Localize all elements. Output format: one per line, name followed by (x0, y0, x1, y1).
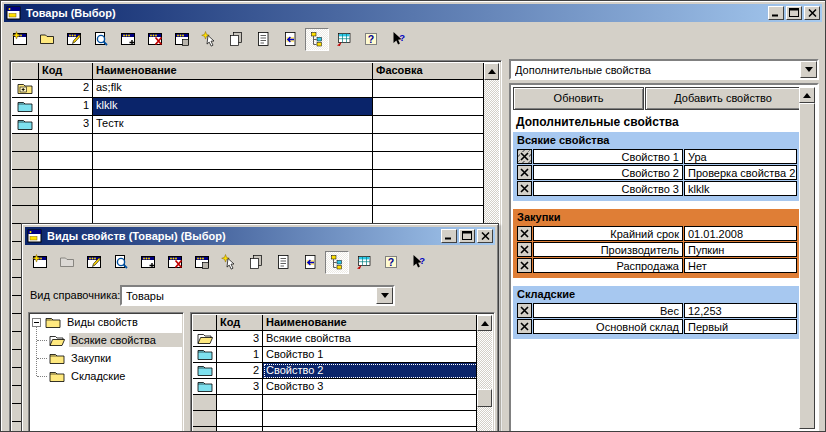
code-cell[interactable]: 2 (217, 363, 263, 379)
copy-row-button[interactable] (116, 28, 140, 51)
property-value[interactable]: 01.01.2008 (684, 226, 797, 241)
delete-property-button[interactable] (517, 181, 532, 196)
property-value[interactable]: Первый (684, 319, 797, 334)
view-button[interactable] (109, 251, 133, 274)
delete-property-button[interactable] (517, 226, 532, 241)
code-cell[interactable]: 3 (39, 116, 93, 134)
child-titlebar[interactable]: Виды свойств (Товары) (Выбор) (25, 227, 495, 245)
row-icon-cell[interactable] (193, 363, 217, 379)
context-help-button[interactable]: ? (386, 28, 410, 51)
property-value[interactable]: 12,253 (684, 303, 797, 318)
mark-delete-button[interactable] (163, 251, 187, 274)
property-kind-row[interactable]: 1Свойство 1 (193, 347, 479, 363)
packing-cell[interactable] (373, 80, 485, 98)
grid-settings-button[interactable] (332, 28, 356, 51)
minimize-button[interactable] (768, 6, 784, 20)
add-property-button[interactable]: Добавить свойство (645, 87, 801, 110)
move-to-group-button[interactable] (190, 251, 214, 274)
delete-property-icon[interactable] (518, 227, 531, 240)
wizard-button[interactable] (197, 28, 221, 51)
product-row[interactable]: 3Тестк (12, 116, 485, 134)
delete-property-icon[interactable] (518, 182, 531, 195)
scroll-up-icon[interactable] (477, 315, 492, 331)
name-cell[interactable]: Свойство 2 (263, 363, 479, 379)
tree-item[interactable]: Закупки (29, 349, 183, 367)
edit-button[interactable] (62, 28, 86, 51)
delete-property-button[interactable] (517, 149, 532, 164)
description-button[interactable] (251, 28, 275, 51)
copy-row-button[interactable] (136, 251, 160, 274)
packing-cell[interactable] (373, 98, 485, 116)
property-value[interactable]: Ура (684, 149, 797, 164)
property-value[interactable]: Пупкин (684, 242, 797, 257)
property-kind-row[interactable]: 3Всякие свойства (193, 331, 479, 347)
view-button[interactable] (89, 28, 113, 51)
copy-button[interactable] (244, 251, 268, 274)
delete-property-button[interactable] (517, 165, 532, 180)
code-cell[interactable]: 3 (217, 379, 263, 395)
tree-item[interactable]: Складские (29, 367, 183, 385)
property-value[interactable]: klklk (684, 181, 797, 196)
row-icon-cell[interactable] (12, 98, 39, 116)
minimize-button[interactable] (441, 229, 457, 243)
tree-root-item[interactable]: Виды свойств (29, 313, 183, 331)
tree-item[interactable]: Всякие свойства (29, 331, 183, 349)
mark-delete-button[interactable] (143, 28, 167, 51)
code-cell[interactable]: 1 (217, 347, 263, 363)
property-kind-row[interactable]: 3Свойство 3 (193, 379, 479, 395)
code-cell[interactable]: 1 (39, 98, 93, 116)
maximize-button[interactable] (459, 229, 475, 243)
delete-property-icon[interactable] (518, 304, 531, 317)
chevron-down-icon[interactable] (376, 287, 393, 304)
context-help-button[interactable]: ? (406, 251, 430, 274)
name-cell[interactable]: Свойство 1 (263, 347, 479, 363)
description-button[interactable] (271, 251, 295, 274)
delete-property-icon[interactable] (518, 320, 531, 333)
name-cell[interactable]: Тестк (93, 116, 373, 134)
code-cell[interactable]: 3 (217, 331, 263, 347)
delete-property-button[interactable] (517, 258, 532, 273)
row-icon-cell[interactable] (12, 80, 39, 98)
new-item-button[interactable] (28, 251, 52, 274)
edit-button[interactable] (82, 251, 106, 274)
refresh-button[interactable]: Обновить (513, 87, 644, 110)
maximize-button[interactable] (786, 6, 802, 20)
property-value[interactable]: Нет (684, 258, 797, 273)
hierarchy-button[interactable] (325, 251, 349, 274)
name-cell[interactable]: Свойство 3 (263, 379, 479, 395)
scrollbar-track[interactable] (477, 331, 492, 432)
close-button[interactable] (477, 229, 493, 243)
delete-property-icon[interactable] (518, 243, 531, 256)
grid-settings-button[interactable] (352, 251, 376, 274)
row-icon-cell[interactable] (193, 379, 217, 395)
code-cell[interactable]: 2 (39, 80, 93, 98)
table-scrollbar[interactable] (476, 315, 492, 432)
chevron-down-icon[interactable] (800, 61, 817, 78)
open-folder-button[interactable] (35, 28, 59, 51)
main-titlebar[interactable]: Товары (Выбор) (4, 4, 822, 22)
packing-cell[interactable] (373, 116, 485, 134)
property-kind-row[interactable]: 2Свойство 2 (193, 363, 479, 379)
go-to-button[interactable] (278, 28, 302, 51)
property-value[interactable]: Проверка свойства 2 (684, 165, 797, 180)
go-to-button[interactable] (298, 251, 322, 274)
hierarchy-button[interactable] (305, 28, 329, 51)
name-cell[interactable]: klklk (93, 98, 373, 116)
product-row[interactable]: 1klklk (12, 98, 485, 116)
collapse-icon[interactable] (32, 318, 41, 327)
scrollbar-thumb[interactable] (477, 389, 492, 407)
delete-property-button[interactable] (517, 319, 532, 334)
product-row[interactable]: 2as;flk (12, 80, 485, 98)
copy-button[interactable] (224, 28, 248, 51)
delete-property-icon[interactable] (518, 166, 531, 179)
help-button[interactable]: ? (359, 28, 383, 51)
close-button[interactable] (804, 6, 820, 20)
scroll-up-icon[interactable] (799, 87, 815, 103)
new-item-button[interactable] (8, 28, 32, 51)
name-cell[interactable]: as;flk (93, 80, 373, 98)
delete-property-icon[interactable] (520, 152, 529, 161)
catalog-kind-select[interactable]: Товары (120, 285, 395, 306)
delete-property-icon[interactable] (518, 259, 531, 272)
properties-scrollbar-thumb[interactable] (799, 103, 815, 429)
name-cell[interactable]: Всякие свойства (263, 331, 479, 347)
